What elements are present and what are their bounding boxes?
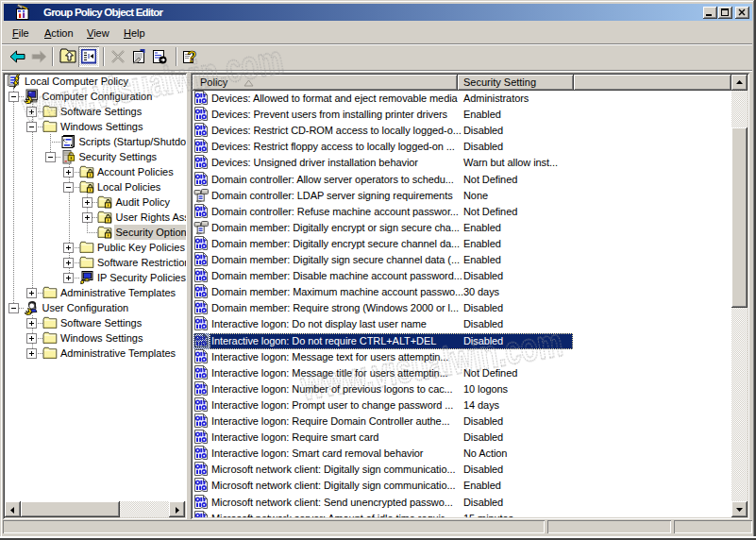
svg-text:?: ? xyxy=(188,49,197,64)
